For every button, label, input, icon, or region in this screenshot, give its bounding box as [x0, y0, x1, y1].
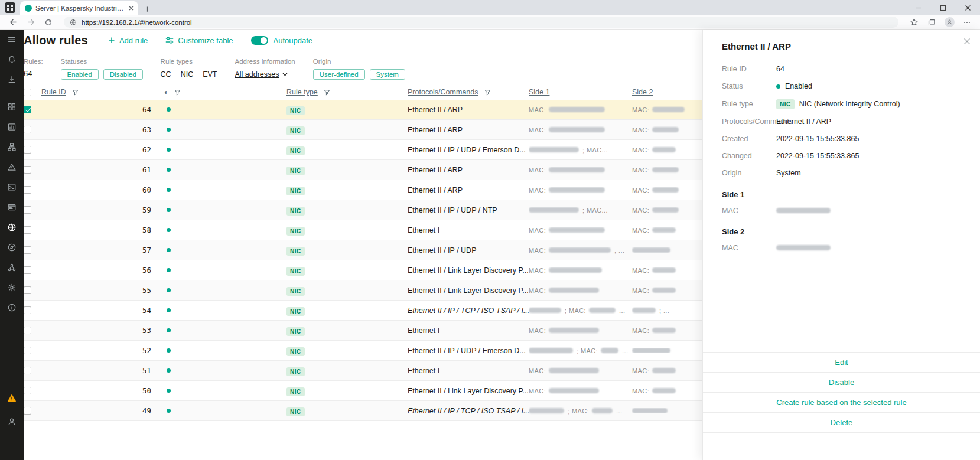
sidebar-item-chart-icon[interactable] — [0, 117, 24, 137]
status-chip-disabled[interactable]: Disabled — [103, 69, 143, 80]
origin-chip-system[interactable]: System — [370, 69, 405, 80]
row-checkbox[interactable] — [24, 106, 31, 113]
sidebar-item-alert-icon[interactable] — [0, 157, 24, 177]
autoupdate-toggle[interactable]: Autoupdate — [251, 36, 313, 45]
sidebar-item-terminal-icon[interactable] — [0, 177, 24, 197]
refresh-button[interactable] — [40, 18, 57, 27]
tab-close-icon[interactable] — [129, 6, 134, 11]
row-checkbox[interactable] — [24, 286, 31, 294]
mac-label: MAC: — [632, 126, 649, 133]
filter-funnel-icon[interactable] — [324, 89, 330, 96]
redacted-value — [549, 107, 605, 112]
row-checkbox[interactable] — [24, 166, 31, 174]
filter-funnel-icon[interactable] — [174, 89, 181, 96]
status-dot — [167, 228, 171, 232]
protocols-cell: Ethernet II / IP / TCP / ISO TSAP / I... — [402, 407, 529, 415]
sidebar-item-tree-icon[interactable] — [0, 137, 24, 157]
rule-type-filter-evt[interactable]: EVT — [203, 70, 217, 79]
rule-type-filter-nic[interactable]: NIC — [181, 70, 194, 79]
side1-cell: MAC: — [529, 167, 632, 174]
rule-id-cell: 56 — [41, 266, 154, 275]
browser-menu-icon[interactable] — [959, 18, 975, 27]
origin-chip-user-defined[interactable]: User-defined — [313, 69, 365, 80]
field-label: MAC — [722, 243, 776, 253]
sidebar-item-gear-icon[interactable] — [0, 278, 24, 298]
sidebar-item-warning-icon[interactable] — [0, 388, 24, 408]
sidebar-item-card-icon[interactable] — [0, 197, 24, 217]
profile-avatar[interactable] — [941, 17, 958, 27]
panel-action-delete[interactable]: Delete — [703, 412, 980, 432]
rule-type-badge: NIC — [286, 407, 305, 416]
row-checkbox[interactable] — [24, 327, 31, 334]
panel-action-disable[interactable]: Disable — [703, 372, 980, 392]
select-all-checkbox[interactable] — [24, 89, 31, 96]
redacted-value — [549, 227, 605, 233]
filter-funnel-icon[interactable] — [484, 89, 491, 96]
row-checkbox[interactable] — [24, 266, 31, 274]
collections-icon[interactable] — [923, 18, 940, 27]
mac-label: MAC: — [529, 387, 546, 394]
column-header-side1[interactable]: Side 1 — [529, 88, 549, 96]
mac-label: MAC: — [632, 367, 649, 374]
row-checkbox[interactable] — [24, 407, 31, 415]
rule-id-cell: 48 — [41, 426, 154, 427]
plus-icon — [108, 37, 115, 44]
mac-label: MAC: — [529, 267, 546, 274]
redacted-value — [652, 288, 676, 293]
window-close-button[interactable] — [955, 0, 980, 15]
mac-label: ; MAC... — [582, 146, 608, 154]
mac-label: ; ... — [659, 307, 669, 314]
row-checkbox[interactable] — [24, 387, 31, 394]
panel-close-icon[interactable] — [963, 38, 971, 45]
row-checkbox[interactable] — [24, 146, 31, 154]
forward-button[interactable] — [22, 18, 39, 27]
address-bar[interactable]: https://192.168.2.1/#/network-control — [64, 17, 898, 28]
side-heading: Side 2 — [722, 227, 961, 236]
status-chip-enabled[interactable]: Enabled — [61, 69, 99, 80]
sidebar-item-info-icon[interactable] — [0, 298, 24, 318]
row-checkbox[interactable] — [24, 246, 31, 254]
add-rule-button[interactable]: Add rule — [108, 36, 148, 45]
column-header-rule-type[interactable]: Rule type — [286, 88, 318, 96]
sidebar-item-menu-icon[interactable] — [0, 30, 24, 50]
window-maximize-button[interactable] — [930, 0, 955, 15]
row-checkbox[interactable] — [24, 347, 31, 354]
panel-action-edit[interactable]: Edit — [703, 352, 980, 372]
panel-action-create-rule-based-on-the-selected-rule[interactable]: Create rule based on the selected rule — [703, 392, 980, 412]
new-tab-button[interactable] — [144, 6, 151, 12]
column-header-side2[interactable]: Side 2 — [632, 88, 653, 96]
window-minimize-button[interactable] — [906, 0, 930, 15]
sidebar-item-compass-icon[interactable] — [0, 237, 24, 257]
back-button[interactable] — [5, 18, 21, 27]
customize-table-label: Customize table — [178, 36, 233, 45]
status-column-icon[interactable]: ◐ — [164, 89, 168, 96]
browser-workspaces-icon[interactable] — [5, 2, 15, 13]
sidebar-item-nodes-icon[interactable] — [0, 257, 24, 278]
row-checkbox[interactable] — [24, 226, 31, 234]
favorites-icon[interactable] — [906, 18, 922, 27]
address-filter[interactable]: All addresses — [235, 69, 295, 79]
row-checkbox[interactable] — [24, 367, 31, 374]
rule-id-cell: 50 — [41, 386, 154, 395]
field-label: MAC — [722, 206, 776, 216]
row-checkbox[interactable] — [24, 126, 31, 133]
row-checkbox[interactable] — [24, 186, 31, 194]
sidebar-item-globe-icon[interactable] — [0, 217, 24, 237]
sidebar-item-bell-icon[interactable] — [0, 50, 24, 70]
sidebar-item-grid-icon[interactable] — [0, 97, 24, 117]
row-checkbox[interactable] — [24, 206, 31, 214]
column-header-rule-id[interactable]: Rule ID — [41, 88, 66, 96]
customize-table-button[interactable]: Customize table — [165, 36, 233, 45]
site-info-icon[interactable] — [70, 19, 77, 26]
browser-tab[interactable]: Server | Kaspersky Industrial Cyb... — [20, 1, 138, 15]
rule-type-filter-cc[interactable]: CC — [161, 70, 171, 79]
sidebar-item-download-icon[interactable] — [0, 70, 24, 90]
row-checkbox[interactable] — [24, 306, 31, 314]
rule-id-cell: 57 — [41, 246, 154, 255]
column-header-protocols[interactable]: Protocols/Commands — [408, 88, 478, 96]
mac-label: MAC: — [529, 106, 546, 113]
status-dot — [776, 84, 780, 89]
sidebar-item-user-icon[interactable] — [0, 412, 24, 432]
field-value: 2022-09-15 15:55:33.865 — [776, 134, 859, 143]
filter-funnel-icon[interactable] — [72, 89, 79, 96]
